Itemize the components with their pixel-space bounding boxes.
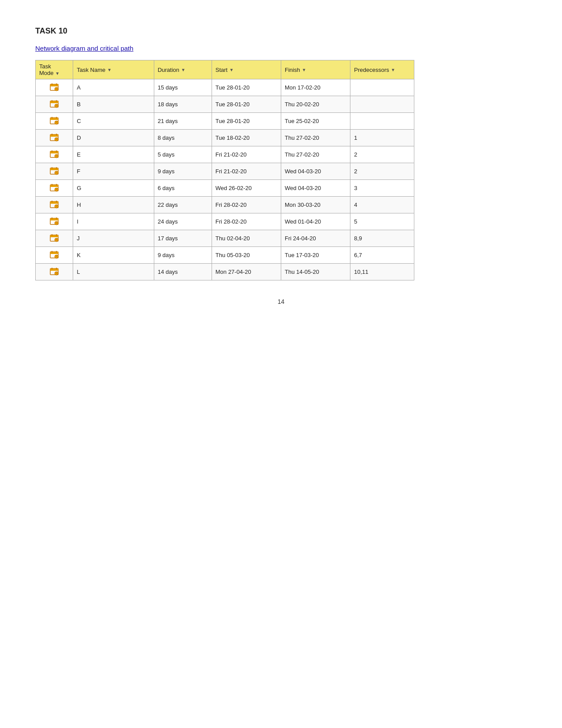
start-cell: Tue 18-02-20 [212, 130, 281, 146]
table-row: B18 daysTue 28-01-20Thu 20-02-20 [36, 96, 414, 113]
predecessors-cell: 4 [350, 197, 414, 213]
finish-cell: Wed 04-03-20 [281, 180, 350, 197]
task-mode-cell [36, 146, 73, 163]
task-name-cell: J [73, 230, 154, 247]
table-row: I24 daysFri 28-02-20Wed 01-04-205 [36, 213, 414, 230]
task-mode-cell [36, 264, 73, 280]
subtitle[interactable]: Network diagram and critical path [35, 45, 527, 52]
finish-cell: Thu 27-02-20 [281, 130, 350, 146]
svg-rect-56 [50, 269, 58, 271]
start-cell: Fri 28-02-20 [212, 213, 281, 230]
duration-cell: 15 days [154, 79, 212, 96]
predecessors-cell: 2 [350, 146, 414, 163]
finish-cell: Wed 04-03-20 [281, 163, 350, 180]
col-header-predecessors[interactable]: Predecessors ▼ [350, 60, 414, 79]
start-cell: Fri 28-02-20 [212, 197, 281, 213]
task-name-cell: D [73, 130, 154, 146]
task-mode-icon [49, 216, 59, 227]
duration-cell: 6 days [154, 180, 212, 197]
table-row: E5 daysFri 21-02-20Thu 27-02-202 [36, 146, 414, 163]
task-name-cell: A [73, 79, 154, 96]
start-cell: Tue 28-01-20 [212, 96, 281, 113]
task-name-cell: L [73, 264, 154, 280]
svg-rect-16 [50, 134, 58, 137]
task-mode-cell [36, 213, 73, 230]
table-row: J17 daysThu 02-04-20Fri 24-04-208,9 [36, 230, 414, 247]
duration-cell: 18 days [154, 96, 212, 113]
start-cell: Tue 28-01-20 [212, 79, 281, 96]
task-mode-icon [49, 199, 59, 210]
task-name-cell: H [73, 197, 154, 213]
table-row: L14 daysMon 27-04-20Thu 14-05-2010,11 [36, 264, 414, 280]
task-mode-cell [36, 96, 73, 113]
page-title: TASK 10 [35, 26, 527, 36]
table-row: F9 daysFri 21-02-20Wed 04-03-202 [36, 163, 414, 180]
predecessors-cell [350, 79, 414, 96]
task-mode-icon [49, 183, 59, 194]
svg-rect-11 [50, 118, 58, 120]
dropdown-arrow-start[interactable]: ▼ [229, 67, 234, 72]
start-cell: Thu 02-04-20 [212, 230, 281, 247]
svg-rect-36 [50, 202, 58, 204]
svg-rect-26 [50, 168, 58, 170]
svg-rect-1 [50, 84, 58, 86]
duration-cell: 22 days [154, 197, 212, 213]
table-row: A15 daysTue 28-01-20Mon 17-02-20 [36, 79, 414, 96]
svg-rect-51 [50, 252, 58, 254]
table-row: K9 daysThu 05-03-20Tue 17-03-206,7 [36, 247, 414, 264]
start-cell: Thu 05-03-20 [212, 247, 281, 264]
task-name-cell: K [73, 247, 154, 264]
task-mode-cell [36, 197, 73, 213]
col-header-start[interactable]: Start ▼ [212, 60, 281, 79]
task-mode-icon [49, 149, 59, 160]
table-row: C21 daysTue 28-01-20Tue 25-02-20 [36, 113, 414, 130]
task-mode-icon [49, 250, 59, 261]
dropdown-arrow-finish[interactable]: ▼ [302, 67, 306, 72]
predecessors-cell: 3 [350, 180, 414, 197]
duration-cell: 17 days [154, 230, 212, 247]
col-header-finish[interactable]: Finish ▼ [281, 60, 350, 79]
start-cell: Fri 21-02-20 [212, 146, 281, 163]
start-cell: Wed 26-02-20 [212, 180, 281, 197]
task-mode-icon [49, 166, 59, 177]
task-mode-icon [49, 132, 59, 143]
start-cell: Mon 27-04-20 [212, 264, 281, 280]
finish-cell: Thu 27-02-20 [281, 146, 350, 163]
col-header-task-name[interactable]: Task Name ▼ [73, 60, 154, 79]
task-table: TaskMode ▼ Task Name ▼ Duration ▼ Start … [35, 60, 414, 280]
task-name-cell: E [73, 146, 154, 163]
duration-cell: 14 days [154, 264, 212, 280]
svg-rect-31 [50, 185, 58, 187]
task-mode-icon [49, 233, 59, 244]
finish-cell: Tue 25-02-20 [281, 113, 350, 130]
task-mode-cell [36, 113, 73, 130]
task-name-cell: F [73, 163, 154, 180]
start-cell: Fri 21-02-20 [212, 163, 281, 180]
predecessors-cell: 2 [350, 163, 414, 180]
finish-cell: Mon 17-02-20 [281, 79, 350, 96]
predecessors-cell [350, 113, 414, 130]
dropdown-arrow-task-mode[interactable]: ▼ [55, 71, 60, 76]
finish-cell: Fri 24-04-20 [281, 230, 350, 247]
svg-rect-21 [50, 151, 58, 153]
col-header-duration[interactable]: Duration ▼ [154, 60, 212, 79]
task-name-cell: C [73, 113, 154, 130]
svg-rect-41 [50, 218, 58, 220]
dropdown-arrow-predecessors[interactable]: ▼ [391, 67, 395, 72]
predecessors-cell: 6,7 [350, 247, 414, 264]
duration-cell: 24 days [154, 213, 212, 230]
task-mode-icon [49, 99, 59, 110]
dropdown-arrow-task-name[interactable]: ▼ [107, 67, 112, 72]
task-mode-cell [36, 247, 73, 264]
duration-cell: 8 days [154, 130, 212, 146]
table-row: D8 daysTue 18-02-20Thu 27-02-201 [36, 130, 414, 146]
predecessors-cell: 10,11 [350, 264, 414, 280]
predecessors-cell [350, 96, 414, 113]
task-mode-icon [49, 82, 59, 93]
col-header-task-mode[interactable]: TaskMode ▼ [36, 60, 73, 79]
table-row: H22 daysFri 28-02-20Mon 30-03-204 [36, 197, 414, 213]
page-number: 14 [35, 298, 527, 305]
dropdown-arrow-duration[interactable]: ▼ [181, 67, 186, 72]
predecessors-cell: 1 [350, 130, 414, 146]
start-cell: Tue 28-01-20 [212, 113, 281, 130]
